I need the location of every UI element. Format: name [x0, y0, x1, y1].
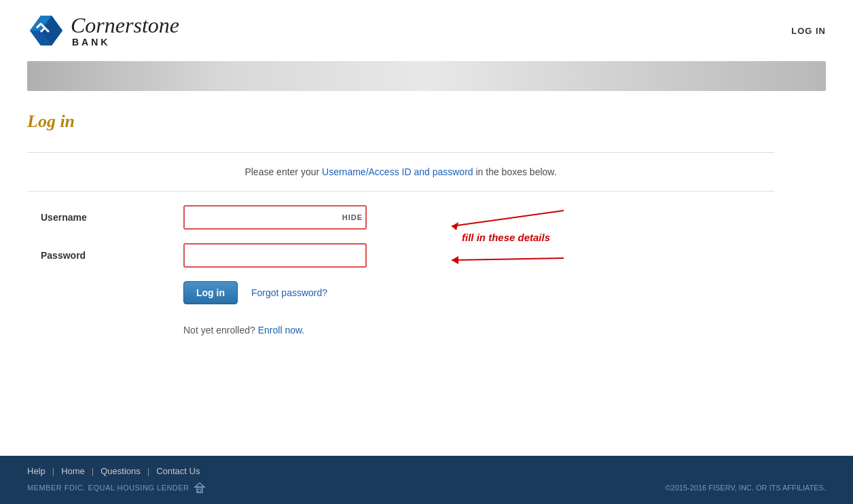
svg-text:fill in these details: fill in these details	[462, 232, 550, 243]
fdic-text: MEMBER FDIC. EQUAL HOUSING LENDER	[27, 482, 206, 494]
header-login-link[interactable]: LOG IN	[791, 26, 826, 36]
footer: Help | Home | Questions | Contact Us MEM…	[0, 456, 853, 504]
footer-link-questions[interactable]: Questions	[101, 466, 141, 476]
logo-text: Cornerstone BANK	[71, 14, 179, 47]
footer-link-home[interactable]: Home	[61, 466, 85, 476]
password-input-wrapper	[183, 243, 367, 268]
logo-area: Cornerstone BANK	[27, 13, 179, 48]
username-input[interactable]	[183, 205, 367, 230]
logo-bank: BANK	[72, 37, 179, 47]
footer-nav: Help | Home | Questions | Contact Us	[27, 466, 826, 476]
page-title: Log in	[27, 111, 826, 132]
svg-marker-9	[195, 483, 204, 487]
password-input[interactable]	[183, 243, 367, 268]
header: Cornerstone BANK LOG IN	[0, 0, 853, 61]
username-input-wrapper: HIDE	[183, 205, 367, 230]
footer-bottom: MEMBER FDIC. EQUAL HOUSING LENDER ©2015-…	[27, 482, 826, 494]
footer-divider-3: |	[147, 466, 149, 476]
form-divider	[27, 191, 774, 192]
footer-link-help[interactable]: Help	[27, 466, 46, 476]
fdic-label: MEMBER FDIC. EQUAL HOUSING LENDER	[27, 484, 189, 492]
forgot-password-link[interactable]: Forgot password?	[251, 287, 327, 298]
form-container: Please enter your Username/Access ID and…	[27, 152, 774, 336]
instruction-text: Please enter your Username/Access ID and…	[27, 166, 774, 177]
username-row: Username HIDE	[27, 205, 774, 230]
footer-divider-1: |	[52, 466, 54, 476]
username-label: Username	[27, 212, 183, 223]
hide-button[interactable]: HIDE	[342, 213, 363, 221]
nav-bar	[27, 61, 826, 91]
login-button[interactable]: Log in	[183, 281, 238, 304]
logo-icon	[27, 13, 62, 48]
password-row: Password	[27, 243, 774, 268]
enroll-row: Not yet enrolled? Enroll now.	[183, 325, 774, 336]
form-actions: Log in Forgot password?	[183, 281, 774, 304]
copyright-text: ©2015-2016 FISERV, INC. OR ITS AFFILIATE…	[665, 484, 826, 492]
enroll-link[interactable]: Enroll now.	[258, 325, 304, 336]
footer-link-contact[interactable]: Contact Us	[156, 466, 200, 476]
content-area: Log in Please enter your Username/Access…	[0, 91, 853, 456]
logo-cornerstone: Cornerstone	[71, 14, 179, 36]
equal-housing-icon	[194, 482, 206, 494]
instruction-highlight: Username/Access ID and password	[322, 166, 473, 177]
enroll-text: Not yet enrolled?	[183, 325, 255, 336]
footer-divider-2: |	[92, 466, 94, 476]
password-label: Password	[27, 250, 183, 261]
svg-rect-10	[197, 487, 202, 492]
